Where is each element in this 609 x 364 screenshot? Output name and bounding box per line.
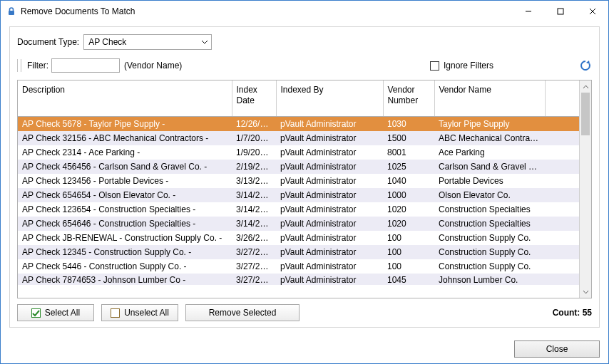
window: Remove Documents To Match Document Type:… bbox=[0, 0, 609, 364]
table-cell: Carlson Sand & Gravel Co. bbox=[434, 160, 545, 174]
table-row[interactable]: AP Check 12345 - Construction Supply Co.… bbox=[18, 245, 579, 259]
table-row[interactable]: AP Check 123456 - Portable Devices -3/13… bbox=[18, 174, 579, 188]
table-row[interactable]: AP Check 7874653 - Johnson Lumber Co -3/… bbox=[18, 274, 579, 285]
table-row[interactable]: AP Check 654654 - Olson Elevator Co. -3/… bbox=[18, 188, 579, 202]
maximize-button[interactable] bbox=[544, 1, 576, 22]
table-cell: AP Check 654654 - Olson Elevator Co. - bbox=[18, 188, 232, 202]
table-cell: Construction Supply Co. bbox=[434, 259, 545, 274]
table-cell: 1/9/201... bbox=[232, 145, 276, 160]
table-cell bbox=[545, 202, 579, 217]
table-cell: 100 bbox=[383, 245, 434, 259]
table-row[interactable]: AP Check 123654 - Construction Specialti… bbox=[18, 202, 579, 217]
table-cell: pVault Administrator bbox=[276, 188, 383, 202]
table-cell: 3/27/20... bbox=[232, 259, 276, 274]
count-display: Count: 55 bbox=[553, 308, 592, 318]
table-cell: 1040 bbox=[383, 174, 434, 188]
remove-selected-label: Remove Selected bbox=[209, 308, 277, 318]
scroll-up-icon[interactable] bbox=[580, 80, 591, 93]
table-cell bbox=[545, 217, 579, 231]
col-index-date[interactable]: Index Date bbox=[232, 80, 276, 117]
scroll-down-icon[interactable] bbox=[580, 286, 591, 298]
table-row[interactable]: AP Check 5446 - Construction Supply Co. … bbox=[18, 259, 579, 274]
close-row: Close bbox=[1, 336, 608, 363]
doc-type-select[interactable]: AP Check bbox=[83, 34, 212, 50]
filter-label: Filter: bbox=[27, 61, 48, 71]
table-cell: 1020 bbox=[383, 217, 434, 231]
table-cell: Johnson Lumber Co. bbox=[434, 274, 545, 285]
table-cell bbox=[545, 131, 579, 145]
table-cell bbox=[545, 245, 579, 259]
table-cell: 1025 bbox=[383, 160, 434, 174]
col-vendor-name[interactable]: Vendor Name bbox=[434, 80, 545, 117]
remove-selected-button[interactable]: Remove Selected bbox=[185, 304, 300, 321]
toolbar-grip bbox=[17, 59, 21, 72]
table-cell bbox=[545, 145, 579, 160]
table-cell: pVault Administrator bbox=[276, 231, 383, 245]
table-cell bbox=[545, 160, 579, 174]
table-cell: 3/27/20... bbox=[232, 274, 276, 285]
filter-row: Filter: (Vendor Name) Ignore Filters bbox=[17, 58, 592, 73]
vertical-scrollbar[interactable] bbox=[579, 80, 591, 298]
table-cell: Construction Supply Co. bbox=[434, 231, 545, 245]
table-row[interactable]: AP Check 456456 - Carlson Sand & Gravel … bbox=[18, 160, 579, 174]
table-cell: pVault Administrator bbox=[276, 160, 383, 174]
table-cell: AP Check 5446 - Construction Supply Co. … bbox=[18, 259, 232, 274]
ignore-filters-checkbox[interactable]: Ignore Filters bbox=[430, 61, 493, 71]
check-icon bbox=[31, 308, 41, 318]
data-grid: Description Index Date Indexed By Vendor… bbox=[17, 80, 592, 298]
table-row[interactable]: AP Check 32156 - ABC Mechanical Contract… bbox=[18, 131, 579, 145]
table-cell: AP Check JB-RENEWAL - Construction Suppl… bbox=[18, 231, 232, 245]
table-cell: 3/27/20... bbox=[232, 245, 276, 259]
checkbox-icon bbox=[430, 61, 439, 71]
table-cell: 1/7/201... bbox=[232, 131, 276, 145]
table-cell: Construction Specialties bbox=[434, 202, 545, 217]
table-cell: pVault Administrator bbox=[276, 117, 383, 132]
table-cell bbox=[545, 174, 579, 188]
content-frame: Document Type: AP Check Filter: (Vendor … bbox=[9, 26, 600, 328]
refresh-button[interactable] bbox=[579, 59, 592, 72]
table-row[interactable]: AP Check 654646 - Construction Specialti… bbox=[18, 217, 579, 231]
select-all-label: Select All bbox=[45, 308, 80, 318]
unselect-all-label: Unselect All bbox=[124, 308, 169, 318]
table-row[interactable]: AP Check 2314 - Ace Parking -1/9/201...p… bbox=[18, 145, 579, 160]
table-cell bbox=[545, 259, 579, 274]
table-cell: AP Check 654646 - Construction Specialti… bbox=[18, 217, 232, 231]
ignore-filters-label: Ignore Filters bbox=[444, 61, 493, 71]
table-cell: AP Check 5678 - Taylor Pipe Supply - bbox=[18, 117, 232, 132]
table-row[interactable]: AP Check 5678 - Taylor Pipe Supply -12/2… bbox=[18, 117, 579, 132]
scroll-thumb[interactable] bbox=[581, 93, 590, 135]
filter-hint: (Vendor Name) bbox=[124, 61, 182, 71]
table-cell: 1000 bbox=[383, 188, 434, 202]
minimize-button[interactable] bbox=[512, 1, 544, 22]
col-description[interactable]: Description bbox=[18, 80, 232, 117]
table-cell: pVault Administrator bbox=[276, 259, 383, 274]
table-cell: Olson Elevator Co. bbox=[434, 188, 545, 202]
table-cell: 1500 bbox=[383, 131, 434, 145]
scroll-track[interactable] bbox=[580, 93, 591, 286]
table-cell bbox=[545, 231, 579, 245]
doc-type-label: Document Type: bbox=[17, 37, 79, 47]
close-button[interactable]: Close bbox=[514, 340, 600, 358]
col-vendor-number[interactable]: Vendor Number bbox=[383, 80, 434, 117]
svg-rect-6 bbox=[111, 308, 120, 317]
table-header-row: Description Index Date Indexed By Vendor… bbox=[18, 80, 579, 117]
table-row[interactable]: AP Check JB-RENEWAL - Construction Suppl… bbox=[18, 231, 579, 245]
table-cell: Construction Supply Co. bbox=[434, 245, 545, 259]
table-cell: 100 bbox=[383, 259, 434, 274]
svg-rect-2 bbox=[558, 9, 563, 14]
col-indexed-by[interactable]: Indexed By bbox=[276, 80, 383, 117]
unselect-all-button[interactable]: Unselect All bbox=[101, 304, 178, 321]
table-cell bbox=[545, 188, 579, 202]
titlebar: Remove Documents To Match bbox=[1, 1, 608, 22]
table-cell: pVault Administrator bbox=[276, 245, 383, 259]
table-cell: 1045 bbox=[383, 274, 434, 285]
doc-type-row: Document Type: AP Check bbox=[17, 34, 592, 50]
close-window-button[interactable] bbox=[576, 1, 608, 22]
select-all-button[interactable]: Select All bbox=[17, 304, 94, 321]
empty-checkbox-icon bbox=[111, 308, 120, 318]
table-cell: pVault Administrator bbox=[276, 145, 383, 160]
filter-input[interactable] bbox=[51, 58, 120, 73]
lock-icon bbox=[6, 6, 16, 16]
table-cell: AP Check 32156 - ABC Mechanical Contract… bbox=[18, 131, 232, 145]
table-cell: 3/14/20... bbox=[232, 188, 276, 202]
